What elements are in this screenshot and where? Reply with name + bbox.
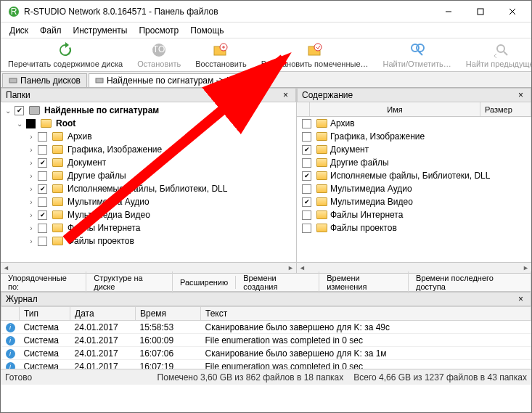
checkbox[interactable] (38, 224, 47, 233)
checkbox[interactable] (302, 210, 311, 220)
folder-tree[interactable]: ⌄Найденные по сигнатурам⌄Root›Архив›Граф… (1, 102, 296, 262)
toolbar-recover-marked-button[interactable]: Восстановить помеченные… (254, 39, 376, 71)
tree-row[interactable]: ⌄Root (1, 117, 296, 130)
list-item[interactable]: Файлы Интернета (297, 208, 531, 221)
tab[interactable]: Найденные по сигнатурам -> K:× (89, 73, 250, 87)
menu-item[interactable]: Просмотр (133, 24, 184, 37)
right-panel-close[interactable]: × (515, 90, 526, 100)
checkbox[interactable] (15, 106, 24, 115)
drive-icon (95, 76, 104, 85)
menu-item[interactable]: Инструменты (67, 24, 134, 37)
content-column-header[interactable]: Имя Размер (297, 102, 531, 117)
find-prev-icon (494, 42, 510, 58)
toolbar-stop-button[interactable]: STOPОстановить (130, 39, 188, 71)
tree-row[interactable]: ›Другие файлы (1, 169, 296, 182)
tab-close-icon[interactable]: × (239, 75, 244, 86)
tree-row[interactable]: ›Графика, Изображение (1, 143, 296, 156)
sortbar-item[interactable]: Времени изменения (319, 271, 409, 293)
checkbox[interactable] (302, 132, 311, 142)
expand-icon[interactable]: › (27, 146, 36, 154)
expand-icon[interactable]: ⌄ (4, 107, 12, 115)
col-date[interactable]: Дата (70, 307, 136, 321)
expand-icon[interactable]: › (27, 185, 36, 193)
stop-icon: STOP (151, 42, 167, 58)
tree-row[interactable]: ›Архив (1, 130, 296, 143)
sortbar-item[interactable]: Расширению (173, 276, 236, 289)
journal-row[interactable]: iСистема24.01.201716:07:19File enumerati… (1, 360, 531, 369)
toolbar-find-button[interactable]: Найти/Отметить… (376, 39, 459, 71)
expand-icon[interactable]: › (27, 198, 36, 206)
tree-row[interactable]: ›Мультимедиа Видео (1, 208, 296, 221)
sortbar-item[interactable]: Структуре на диске (86, 271, 173, 293)
folder-icon (316, 158, 327, 167)
checkbox[interactable] (38, 210, 47, 220)
tree-row[interactable]: ›Мультимедиа Аудио (1, 195, 296, 208)
checkbox[interactable] (302, 171, 311, 181)
col-name[interactable]: Имя (310, 102, 480, 116)
content-list[interactable]: АрхивГрафика, ИзображениеДокументДругие … (297, 117, 531, 262)
checkbox[interactable] (38, 184, 47, 194)
folder-icon (52, 237, 63, 245)
expand-icon[interactable]: › (27, 133, 36, 141)
folder-icon (52, 210, 63, 219)
checkbox[interactable] (302, 224, 311, 233)
list-item[interactable]: Другие файлы (297, 156, 531, 169)
journal-close[interactable]: × (515, 294, 526, 304)
toolbar-find-prev-button[interactable]: Найти предыдущее (459, 39, 532, 71)
tree-row[interactable]: ›Файлы проектов (1, 234, 296, 248)
checkbox[interactable] (38, 145, 47, 155)
drive-icon (29, 106, 40, 115)
journal-table[interactable]: Тип Дата Время Текст iСистема24.01.20171… (1, 306, 531, 369)
col-size[interactable]: Размер (480, 102, 531, 116)
list-item[interactable]: Мультимедиа Видео (297, 195, 531, 208)
expand-icon[interactable]: ⌄ (15, 120, 24, 128)
tree-row[interactable]: ›Файлы Интернета (1, 221, 296, 234)
sortbar-item[interactable]: Времени создания (236, 271, 319, 293)
checkbox[interactable] (302, 119, 311, 128)
list-item[interactable]: Графика, Изображение (297, 130, 531, 143)
tree-row[interactable]: ›Документ (1, 156, 296, 169)
list-item[interactable]: Архив (297, 117, 531, 130)
checkbox[interactable] (38, 197, 47, 207)
checkbox[interactable] (38, 132, 47, 142)
tree-row[interactable]: ⌄Найденные по сигнатурам (1, 104, 296, 117)
close-button[interactable] (496, 1, 528, 22)
checkbox[interactable] (38, 171, 47, 181)
checkbox[interactable] (38, 158, 47, 168)
menu-item[interactable]: Файл (34, 24, 67, 37)
checkbox[interactable] (302, 184, 311, 194)
journal-row[interactable]: iСистема24.01.201715:58:53Сканирование б… (1, 321, 531, 334)
expand-icon[interactable]: › (27, 237, 36, 245)
expand-icon[interactable]: › (27, 224, 36, 232)
toolbar-refresh-button[interactable]: Перечитать содержимое диска (1, 39, 130, 71)
menu-item[interactable]: Помощь (184, 24, 229, 37)
list-item[interactable]: Мультимедиа Аудио (297, 182, 531, 195)
checkbox[interactable] (38, 237, 47, 246)
list-item[interactable]: Документ (297, 143, 531, 156)
list-item[interactable]: Файлы проектов (297, 221, 531, 234)
left-panel-title: Папки (6, 90, 30, 100)
left-panel-header: Папки × (1, 88, 296, 102)
toolbar-recover-button[interactable]: Восстановить (188, 39, 253, 71)
list-item[interactable]: Исполняемые файлы, Библиотеки, DLL (297, 169, 531, 182)
col-time[interactable]: Время (136, 307, 201, 321)
checkbox[interactable] (302, 145, 311, 155)
minimize-button[interactable] (433, 1, 465, 22)
left-panel-close[interactable]: × (280, 90, 291, 100)
menu-item[interactable]: Диск (4, 24, 34, 37)
col-text[interactable]: Текст (201, 307, 531, 321)
sortbar-item[interactable]: Времени последнего доступа (409, 271, 531, 293)
folder-icon (316, 145, 327, 154)
journal-row[interactable]: iСистема24.01.201716:00:09File enumerati… (1, 334, 531, 347)
expand-icon[interactable]: › (27, 172, 36, 180)
col-type[interactable]: Тип (20, 307, 70, 321)
tab[interactable]: Панель дисков (2, 73, 87, 87)
checkbox[interactable] (302, 158, 311, 168)
maximize-button[interactable] (465, 1, 496, 22)
tree-row[interactable]: ›Исполняемые файлы, Библиотеки, DLL (1, 182, 296, 195)
expand-icon[interactable]: › (27, 159, 36, 167)
checkbox[interactable] (302, 197, 311, 207)
journal-row[interactable]: iСистема24.01.201716:07:06Сканирование б… (1, 347, 531, 360)
expand-icon[interactable]: › (27, 211, 36, 219)
checkbox[interactable] (26, 119, 36, 128)
